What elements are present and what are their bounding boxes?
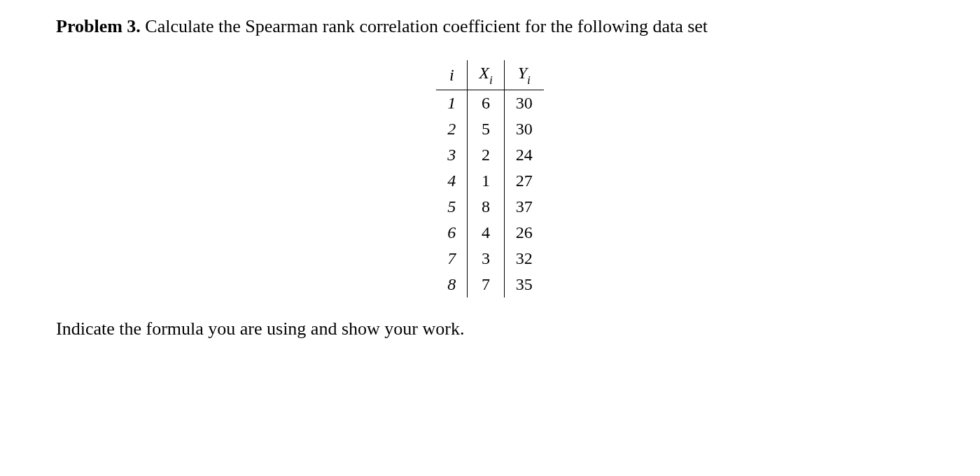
- cell-i: 5: [436, 194, 468, 220]
- data-table: i Xi Yi 1 6 30 2 5 30 3 2: [436, 60, 543, 298]
- cell-x: 2: [468, 142, 504, 168]
- header-x: Xi: [468, 60, 504, 90]
- cell-x: 5: [468, 116, 504, 142]
- problem-text: Calculate the Spearman rank correlation …: [141, 16, 708, 36]
- cell-y: 30: [504, 116, 544, 142]
- header-x-base: X: [479, 64, 489, 82]
- table-row: 3 2 24: [436, 142, 543, 168]
- header-i: i: [436, 60, 468, 90]
- cell-i: 2: [436, 116, 468, 142]
- cell-x: 8: [468, 194, 504, 220]
- header-x-sub: i: [489, 74, 493, 87]
- table-row: 4 1 27: [436, 168, 543, 194]
- header-y-sub: i: [527, 74, 531, 87]
- problem-statement: Problem 3. Calculate the Spearman rank c…: [56, 14, 924, 39]
- cell-y: 30: [504, 90, 544, 117]
- problem-label: Problem 3.: [56, 16, 141, 36]
- cell-i: 3: [436, 142, 468, 168]
- cell-x: 6: [468, 90, 504, 117]
- cell-y: 26: [504, 220, 544, 246]
- cell-y: 24: [504, 142, 544, 168]
- cell-i: 7: [436, 246, 468, 272]
- cell-i: 8: [436, 272, 468, 298]
- table-row: 2 5 30: [436, 116, 543, 142]
- page-content: Problem 3. Calculate the Spearman rank c…: [0, 0, 980, 340]
- cell-x: 3: [468, 246, 504, 272]
- cell-y: 35: [504, 272, 544, 298]
- table-row: 6 4 26: [436, 220, 543, 246]
- cell-x: 7: [468, 272, 504, 298]
- table-row: 8 7 35: [436, 272, 543, 298]
- table-row: 7 3 32: [436, 246, 543, 272]
- cell-y: 37: [504, 194, 544, 220]
- cell-x: 4: [468, 220, 504, 246]
- cell-i: 1: [436, 90, 468, 117]
- cell-y: 27: [504, 168, 544, 194]
- header-y: Yi: [504, 60, 544, 90]
- table-header-row: i Xi Yi: [436, 60, 543, 90]
- cell-i: 4: [436, 168, 468, 194]
- table-row: 1 6 30: [436, 90, 543, 117]
- table-row: 5 8 37: [436, 194, 543, 220]
- cell-y: 32: [504, 246, 544, 272]
- cell-x: 1: [468, 168, 504, 194]
- cell-i: 6: [436, 220, 468, 246]
- instruction-text: Indicate the formula you are using and s…: [56, 318, 924, 340]
- header-y-base: Y: [518, 64, 527, 82]
